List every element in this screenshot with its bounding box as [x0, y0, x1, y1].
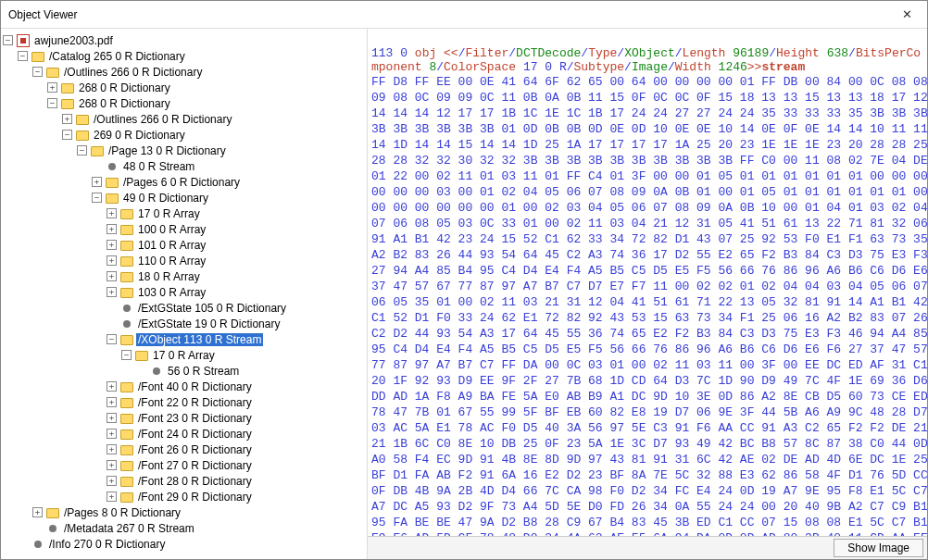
folder-icon: [61, 83, 74, 93]
tree-item-outlines[interactable]: − /Outlines 266 0 R Dictionary: [32, 64, 365, 80]
folder-icon: [76, 131, 89, 141]
tree-item[interactable]: /ExtGState 105 0 R Dictionary: [107, 300, 365, 316]
tree-item[interactable]: +100 0 R Array: [107, 221, 365, 237]
expand-icon[interactable]: +: [107, 224, 117, 234]
collapse-icon[interactable]: −: [47, 98, 57, 108]
collapse-icon[interactable]: −: [107, 334, 117, 344]
folder-icon: [31, 52, 44, 62]
expand-icon[interactable]: +: [47, 82, 57, 93]
expand-icon[interactable]: +: [107, 492, 117, 502]
expand-icon[interactable]: +: [107, 397, 117, 407]
tree-item-catalog[interactable]: − /Catalog 265 0 R Dictionary: [18, 48, 365, 64]
collapse-icon[interactable]: −: [3, 35, 13, 45]
folder-icon: [120, 209, 133, 219]
tree-item[interactable]: +110 0 R Array: [107, 253, 365, 268]
tree-item[interactable]: +/Font 23 0 R Dictionary: [107, 410, 365, 426]
tree-root[interactable]: − awjune2003.pdf: [3, 32, 365, 48]
expand-icon[interactable]: +: [107, 413, 117, 423]
tree-label: /Page 13 0 R Dictionary: [107, 144, 228, 157]
stream-icon: [153, 367, 160, 375]
tree-label: 269 0 R Dictionary: [92, 129, 187, 142]
folder-icon: [120, 429, 133, 440]
folder-icon: [76, 115, 89, 125]
folder-icon: [120, 382, 133, 392]
tree-item[interactable]: +/Font 22 0 R Dictionary: [107, 394, 365, 410]
object-header: 113 0 obj <</Filter/DCTDecode/Type/XObje…: [371, 46, 923, 74]
folder-icon: [120, 335, 133, 345]
show-image-button[interactable]: Show Image: [834, 539, 923, 557]
tree-label: 17 0 R Array: [151, 349, 217, 362]
tree-item-selected[interactable]: −/XObject 113 0 R Stream: [107, 331, 365, 347]
tree-item[interactable]: +/Font 28 0 R Dictionary: [107, 473, 365, 489]
titlebar: Object Viewer ✕: [1, 1, 927, 29]
tree-label: /Metadata 267 0 R Stream: [62, 522, 196, 535]
tree-label: /Catalog 265 0 R Dictionary: [47, 50, 187, 63]
collapse-icon[interactable]: −: [18, 51, 28, 61]
folder-icon: [120, 492, 133, 503]
window-title: Object Viewer: [8, 8, 77, 21]
tree-label: 103 0 R Array: [136, 286, 207, 299]
tree-label: 49 0 R Dictionary: [121, 192, 210, 205]
expand-icon[interactable]: +: [62, 114, 72, 124]
folder-icon: [91, 146, 104, 156]
folder-icon: [120, 445, 133, 455]
tree-pane[interactable]: − awjune2003.pdf − /Catalog 265 0 R Dict…: [1, 29, 368, 559]
folder-icon: [120, 272, 133, 282]
tree-item[interactable]: +18 0 R Array: [107, 268, 365, 284]
expand-icon[interactable]: +: [107, 444, 117, 454]
tree-item[interactable]: 56 0 R Stream: [136, 363, 365, 379]
dict-icon: [123, 320, 131, 328]
folder-icon: [46, 68, 59, 78]
dict-icon: [123, 305, 131, 312]
tree-item[interactable]: +/Pages 8 0 R Dictionary: [32, 504, 365, 520]
tree-item[interactable]: +101 0 R Array: [107, 237, 365, 253]
tree-label: /Font 27 0 R Dictionary: [136, 459, 254, 472]
hex-view[interactable]: 113 0 obj <</Filter/DCTDecode/Type/XObje…: [368, 29, 927, 536]
close-button[interactable]: ✕: [886, 1, 927, 29]
tree-item[interactable]: /Metadata 267 0 R Stream: [32, 520, 365, 536]
tree-item[interactable]: +/Pages 6 0 R Dictionary: [92, 174, 365, 190]
tree-item[interactable]: /ExtGState 19 0 R Dictionary: [107, 316, 365, 331]
expand-icon[interactable]: +: [107, 460, 117, 470]
tree-item[interactable]: +/Font 26 0 R Dictionary: [107, 442, 365, 457]
tree-item[interactable]: +/Font 29 0 R Dictionary: [107, 489, 365, 504]
collapse-icon[interactable]: −: [92, 193, 102, 203]
expand-icon[interactable]: +: [107, 429, 117, 439]
collapse-icon[interactable]: −: [77, 145, 87, 156]
folder-icon: [120, 477, 133, 487]
expand-icon[interactable]: +: [32, 507, 43, 517]
close-icon: ✕: [902, 7, 912, 21]
collapse-icon[interactable]: −: [121, 350, 132, 360]
expand-icon[interactable]: +: [107, 255, 117, 266]
collapse-icon[interactable]: −: [62, 130, 72, 140]
tree-item[interactable]: − 268 0 R Dictionary: [47, 95, 365, 111]
folder-icon: [120, 225, 133, 235]
expand-icon[interactable]: +: [92, 177, 102, 187]
tree-item[interactable]: /Info 270 0 R Dictionary: [18, 536, 365, 552]
tree-item[interactable]: 48 0 R Stream: [92, 158, 365, 174]
tree-item[interactable]: − 269 0 R Dictionary: [62, 127, 365, 143]
tree-item[interactable]: +/Font 40 0 R Dictionary: [107, 379, 365, 394]
tree-item[interactable]: +/Font 24 0 R Dictionary: [107, 426, 365, 442]
tree-item[interactable]: −49 0 R Dictionary: [92, 190, 365, 205]
folder-icon: [106, 178, 119, 188]
tree-item[interactable]: + 268 0 R Dictionary: [47, 80, 365, 95]
expand-icon[interactable]: +: [107, 476, 117, 486]
tree-item[interactable]: + /Outlines 266 0 R Dictionary: [62, 111, 365, 127]
dict-icon: [34, 541, 42, 548]
tree-item[interactable]: +103 0 R Array: [107, 284, 365, 300]
tree-item[interactable]: −17 0 R Array: [121, 347, 365, 363]
tree-item[interactable]: − /Page 13 0 R Dictionary: [77, 143, 365, 158]
expand-icon[interactable]: +: [107, 271, 117, 281]
stream-icon: [49, 525, 56, 532]
tree-item[interactable]: +17 0 R Array: [107, 205, 365, 221]
expand-icon[interactable]: +: [107, 240, 117, 250]
expand-icon[interactable]: +: [107, 381, 117, 392]
tree-item[interactable]: +/Font 27 0 R Dictionary: [107, 457, 365, 473]
expand-icon[interactable]: +: [107, 287, 117, 297]
expand-icon[interactable]: +: [107, 208, 117, 218]
tree-label: 268 0 R Dictionary: [77, 81, 172, 94]
tree-label: 48 0 R Stream: [121, 160, 196, 173]
tree-label: /Font 28 0 R Dictionary: [136, 475, 254, 488]
collapse-icon[interactable]: −: [32, 67, 43, 77]
